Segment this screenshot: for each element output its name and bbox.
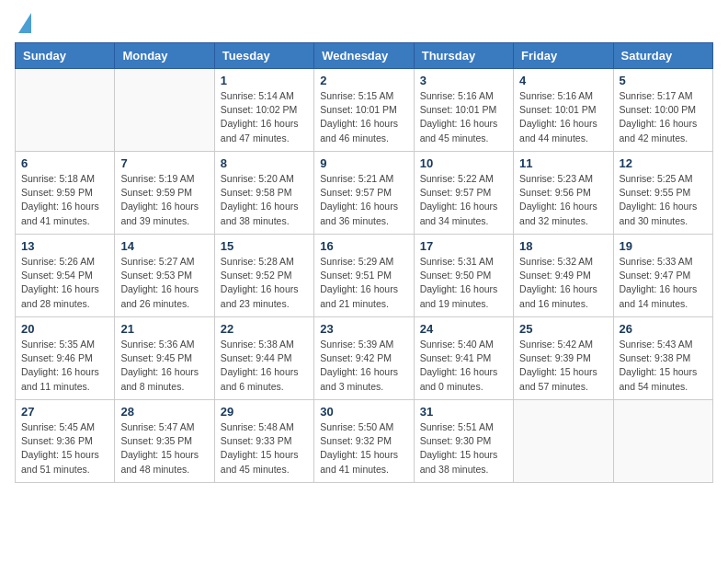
calendar-cell: 5Sunrise: 5:17 AM Sunset: 10:00 PM Dayli… — [613, 69, 712, 152]
day-number: 5 — [620, 74, 707, 87]
calendar-week-row: 13Sunrise: 5:26 AM Sunset: 9:54 PM Dayli… — [16, 235, 713, 317]
day-info: Sunrise: 5:43 AM Sunset: 9:38 PM Dayligh… — [620, 338, 707, 394]
calendar-cell: 24Sunrise: 5:40 AM Sunset: 9:41 PM Dayli… — [414, 317, 513, 400]
calendar-week-row: 27Sunrise: 5:45 AM Sunset: 9:36 PM Dayli… — [16, 400, 713, 483]
weekday-header-sunday: Sunday — [16, 43, 115, 69]
page-header — [15, 15, 713, 35]
weekday-header-thursday: Thursday — [414, 43, 513, 69]
day-info: Sunrise: 5:31 AM Sunset: 9:50 PM Dayligh… — [420, 255, 507, 311]
day-info: Sunrise: 5:21 AM Sunset: 9:57 PM Dayligh… — [320, 172, 407, 228]
day-number: 18 — [519, 239, 607, 253]
calendar-cell: 11Sunrise: 5:23 AM Sunset: 9:56 PM Dayli… — [514, 152, 613, 235]
day-number: 9 — [320, 156, 407, 170]
logo — [15, 15, 31, 35]
day-number: 4 — [519, 74, 607, 87]
calendar-cell: 4Sunrise: 5:16 AM Sunset: 10:01 PM Dayli… — [514, 69, 613, 152]
weekday-header-wednesday: Wednesday — [314, 43, 414, 69]
day-info: Sunrise: 5:20 AM Sunset: 9:58 PM Dayligh… — [221, 172, 308, 228]
day-info: Sunrise: 5:51 AM Sunset: 9:30 PM Dayligh… — [420, 420, 507, 477]
day-info: Sunrise: 5:33 AM Sunset: 9:47 PM Dayligh… — [620, 255, 707, 311]
calendar-cell — [16, 69, 115, 152]
day-number: 8 — [221, 156, 308, 170]
day-info: Sunrise: 5:14 AM Sunset: 10:02 PM Daylig… — [221, 89, 308, 145]
day-number: 12 — [620, 156, 707, 170]
day-number: 29 — [221, 405, 308, 419]
calendar-cell: 31Sunrise: 5:51 AM Sunset: 9:30 PM Dayli… — [414, 400, 513, 483]
day-number: 21 — [120, 322, 208, 336]
day-info: Sunrise: 5:45 AM Sunset: 9:36 PM Dayligh… — [21, 420, 108, 477]
calendar-cell: 12Sunrise: 5:25 AM Sunset: 9:55 PM Dayli… — [613, 152, 712, 235]
calendar-cell: 10Sunrise: 5:22 AM Sunset: 9:57 PM Dayli… — [414, 152, 513, 235]
day-info: Sunrise: 5:35 AM Sunset: 9:46 PM Dayligh… — [21, 338, 108, 394]
day-number: 2 — [320, 74, 407, 87]
weekday-header-saturday: Saturday — [613, 43, 712, 69]
day-info: Sunrise: 5:19 AM Sunset: 9:59 PM Dayligh… — [120, 172, 208, 228]
weekday-header-monday: Monday — [115, 43, 214, 69]
calendar-header-row: SundayMondayTuesdayWednesdayThursdayFrid… — [16, 43, 713, 69]
calendar-cell: 25Sunrise: 5:42 AM Sunset: 9:39 PM Dayli… — [514, 317, 613, 400]
day-number: 22 — [221, 322, 308, 336]
calendar-cell: 18Sunrise: 5:32 AM Sunset: 9:49 PM Dayli… — [514, 235, 613, 317]
day-info: Sunrise: 5:23 AM Sunset: 9:56 PM Dayligh… — [519, 172, 607, 228]
day-info: Sunrise: 5:15 AM Sunset: 10:01 PM Daylig… — [320, 89, 407, 145]
calendar-cell: 15Sunrise: 5:28 AM Sunset: 9:52 PM Dayli… — [214, 235, 313, 317]
day-info: Sunrise: 5:28 AM Sunset: 9:52 PM Dayligh… — [221, 255, 308, 311]
calendar-cell — [613, 400, 712, 483]
calendar-cell: 16Sunrise: 5:29 AM Sunset: 9:51 PM Dayli… — [314, 235, 414, 317]
day-info: Sunrise: 5:48 AM Sunset: 9:33 PM Dayligh… — [221, 420, 308, 477]
day-number: 26 — [620, 322, 707, 336]
calendar-cell: 23Sunrise: 5:39 AM Sunset: 9:42 PM Dayli… — [314, 317, 414, 400]
day-number: 31 — [420, 405, 507, 419]
day-info: Sunrise: 5:38 AM Sunset: 9:44 PM Dayligh… — [221, 338, 308, 394]
calendar-table: SundayMondayTuesdayWednesdayThursdayFrid… — [15, 42, 713, 483]
day-number: 11 — [519, 156, 607, 170]
day-number: 27 — [21, 405, 108, 419]
calendar-cell: 2Sunrise: 5:15 AM Sunset: 10:01 PM Dayli… — [314, 69, 414, 152]
day-number: 30 — [320, 405, 407, 419]
day-info: Sunrise: 5:29 AM Sunset: 9:51 PM Dayligh… — [320, 255, 407, 311]
calendar-cell: 8Sunrise: 5:20 AM Sunset: 9:58 PM Daylig… — [214, 152, 313, 235]
calendar-cell: 14Sunrise: 5:27 AM Sunset: 9:53 PM Dayli… — [115, 235, 214, 317]
calendar-cell: 1Sunrise: 5:14 AM Sunset: 10:02 PM Dayli… — [214, 69, 313, 152]
calendar-cell: 9Sunrise: 5:21 AM Sunset: 9:57 PM Daylig… — [314, 152, 414, 235]
day-info: Sunrise: 5:32 AM Sunset: 9:49 PM Dayligh… — [519, 255, 607, 311]
weekday-header-friday: Friday — [514, 43, 613, 69]
day-info: Sunrise: 5:47 AM Sunset: 9:35 PM Dayligh… — [120, 420, 208, 477]
calendar-week-row: 6Sunrise: 5:18 AM Sunset: 9:59 PM Daylig… — [16, 152, 713, 235]
weekday-header-tuesday: Tuesday — [214, 43, 313, 69]
day-number: 13 — [21, 239, 108, 253]
calendar-cell — [115, 69, 214, 152]
day-info: Sunrise: 5:42 AM Sunset: 9:39 PM Dayligh… — [519, 338, 607, 394]
calendar-cell: 3Sunrise: 5:16 AM Sunset: 10:01 PM Dayli… — [414, 69, 513, 152]
calendar-cell: 6Sunrise: 5:18 AM Sunset: 9:59 PM Daylig… — [16, 152, 115, 235]
day-info: Sunrise: 5:39 AM Sunset: 9:42 PM Dayligh… — [320, 338, 407, 394]
day-info: Sunrise: 5:25 AM Sunset: 9:55 PM Dayligh… — [620, 172, 707, 228]
day-number: 28 — [120, 405, 208, 419]
day-number: 6 — [21, 156, 108, 170]
calendar-cell: 22Sunrise: 5:38 AM Sunset: 9:44 PM Dayli… — [214, 317, 313, 400]
day-number: 7 — [120, 156, 208, 170]
calendar-cell: 28Sunrise: 5:47 AM Sunset: 9:35 PM Dayli… — [115, 400, 214, 483]
day-number: 10 — [420, 156, 507, 170]
calendar-week-row: 20Sunrise: 5:35 AM Sunset: 9:46 PM Dayli… — [16, 317, 713, 400]
day-number: 3 — [420, 74, 507, 87]
day-info: Sunrise: 5:36 AM Sunset: 9:45 PM Dayligh… — [120, 338, 208, 394]
day-number: 16 — [320, 239, 407, 253]
day-info: Sunrise: 5:16 AM Sunset: 10:01 PM Daylig… — [519, 89, 607, 145]
day-number: 15 — [221, 239, 308, 253]
day-info: Sunrise: 5:40 AM Sunset: 9:41 PM Dayligh… — [420, 338, 507, 394]
day-number: 24 — [420, 322, 507, 336]
day-number: 23 — [320, 322, 407, 336]
calendar-cell: 20Sunrise: 5:35 AM Sunset: 9:46 PM Dayli… — [16, 317, 115, 400]
day-number: 1 — [221, 74, 308, 87]
day-number: 25 — [519, 322, 607, 336]
day-number: 17 — [420, 239, 507, 253]
day-info: Sunrise: 5:50 AM Sunset: 9:32 PM Dayligh… — [320, 420, 407, 477]
day-info: Sunrise: 5:17 AM Sunset: 10:00 PM Daylig… — [620, 89, 707, 145]
day-number: 20 — [21, 322, 108, 336]
calendar-cell: 27Sunrise: 5:45 AM Sunset: 9:36 PM Dayli… — [16, 400, 115, 483]
calendar-cell: 30Sunrise: 5:50 AM Sunset: 9:32 PM Dayli… — [314, 400, 414, 483]
day-number: 14 — [120, 239, 208, 253]
calendar-cell: 21Sunrise: 5:36 AM Sunset: 9:45 PM Dayli… — [115, 317, 214, 400]
calendar-cell: 17Sunrise: 5:31 AM Sunset: 9:50 PM Dayli… — [414, 235, 513, 317]
